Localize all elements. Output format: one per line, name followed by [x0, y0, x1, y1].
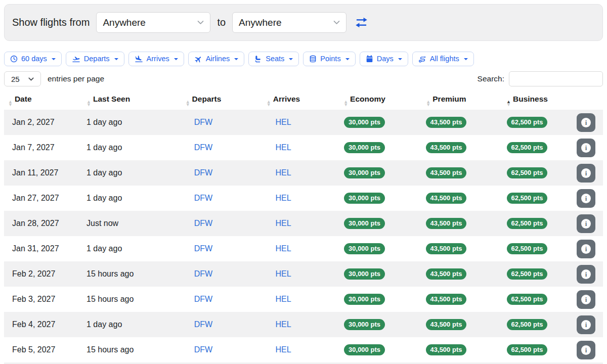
info-cell: i	[568, 261, 603, 287]
date-cell: Jan 2, 2027	[4, 110, 82, 135]
business-points-badge: 62,500 pts	[507, 117, 548, 128]
departs-airport-link[interactable]: DFW	[194, 194, 212, 202]
info-button[interactable]: i	[577, 214, 595, 233]
departs-airport-link[interactable]: DFW	[194, 269, 212, 278]
filter-button[interactable]: 60 days	[4, 52, 62, 66]
info-cell: i	[568, 186, 603, 211]
arrives-airport-link[interactable]: HEL	[275, 194, 291, 202]
filter-button[interactable]: Departs	[66, 52, 124, 66]
info-button[interactable]: i	[577, 290, 595, 309]
column-header[interactable]: ▲▼Date	[4, 91, 82, 110]
departs-airport-link[interactable]: DFW	[194, 295, 212, 303]
business-cell: 62,500 pts	[487, 287, 568, 312]
economy-cell: 30,000 pts	[323, 337, 406, 362]
arrives-airport-link[interactable]: HEL	[275, 320, 291, 329]
arrives-airport-link[interactable]: HEL	[275, 168, 291, 177]
info-button[interactable]: i	[577, 113, 595, 132]
flights-table: ▲▼Date ▲▼Last Seen ▲▼Departs ▲▼Arrives ▲…	[4, 91, 603, 362]
column-header[interactable]: ▲▼Economy	[323, 91, 406, 110]
info-icon: i	[581, 219, 591, 229]
date-cell: Jan 11, 2027	[4, 160, 82, 186]
arrives-airport-link[interactable]: HEL	[275, 219, 291, 228]
premium-points-badge: 43,500 pts	[426, 167, 467, 178]
filter-button[interactable]: Arrives	[128, 52, 184, 66]
to-airport-select[interactable]: Anywhere	[232, 12, 346, 33]
info-button[interactable]: i	[577, 265, 595, 284]
dropdown-caret-icon	[398, 58, 402, 60]
column-header[interactable]: ▲▼Departs	[163, 91, 243, 110]
departs-airport-link[interactable]: DFW	[194, 219, 212, 228]
info-button[interactable]: i	[577, 164, 595, 183]
column-header[interactable]: ▲▼Last Seen	[82, 91, 163, 110]
premium-cell: 43,500 pts	[406, 287, 487, 312]
arrives-cell: HEL	[243, 261, 323, 287]
departs-airport-link[interactable]: DFW	[194, 320, 212, 329]
arrives-airport-link[interactable]: HEL	[275, 143, 291, 152]
arrives-airport-link[interactable]: HEL	[275, 345, 291, 354]
departs-airport-link[interactable]: DFW	[194, 143, 212, 152]
last-seen-cell: 1 day ago	[82, 110, 163, 135]
chevron-down-icon	[197, 20, 204, 25]
info-button[interactable]: i	[577, 240, 595, 258]
arrives-airport-link[interactable]: HEL	[275, 269, 291, 278]
economy-points-badge: 30,000 pts	[344, 167, 385, 178]
column-header-label: Arrives	[273, 95, 300, 103]
swap-route-button[interactable]	[353, 16, 368, 29]
arrives-airport-link[interactable]: HEL	[275, 244, 291, 253]
arrives-cell: HEL	[243, 211, 323, 236]
filter-icon	[72, 55, 80, 63]
info-button[interactable]: i	[577, 315, 595, 334]
filter-button[interactable]: All flights	[412, 52, 474, 66]
premium-cell: 43,500 pts	[406, 135, 487, 160]
column-header-label: Business	[513, 95, 548, 103]
info-cell: i	[568, 160, 603, 186]
info-button[interactable]: i	[577, 139, 595, 157]
dropdown-caret-icon	[345, 58, 350, 60]
column-header[interactable]: ▲▼Arrives	[243, 91, 323, 110]
search-input[interactable]	[509, 71, 603, 86]
departs-airport-link[interactable]: DFW	[194, 244, 212, 253]
economy-points-badge: 30,000 pts	[344, 193, 385, 204]
departs-cell: DFW	[163, 337, 243, 362]
departs-airport-link[interactable]: DFW	[194, 345, 212, 354]
premium-points-badge: 43,500 pts	[426, 142, 467, 153]
flight-row: Jan 28, 2027 Just now DFW HEL 30,000 pts…	[4, 211, 603, 236]
filter-label: 60 days	[21, 55, 47, 63]
filter-button[interactable]: Seats	[248, 52, 299, 66]
info-icon: i	[581, 118, 591, 127]
page-size-select[interactable]: 25	[4, 71, 41, 86]
arrives-cell: HEL	[243, 110, 323, 135]
info-button[interactable]: i	[577, 341, 595, 359]
column-header-label: Last Seen	[93, 95, 130, 103]
economy-points-badge: 30,000 pts	[344, 142, 385, 153]
column-header[interactable]: ▲▼Business	[487, 91, 568, 110]
column-header-label: Departs	[192, 95, 222, 103]
filter-icon	[366, 55, 373, 63]
from-airport-select[interactable]: Anywhere	[96, 12, 210, 33]
departs-airport-link[interactable]: DFW	[194, 168, 212, 177]
premium-cell: 43,500 pts	[406, 160, 487, 186]
filter-icon	[309, 55, 317, 63]
departs-airport-link[interactable]: DFW	[194, 118, 212, 126]
filter-button[interactable]: Points	[303, 52, 355, 66]
premium-points-badge: 43,500 pts	[426, 243, 467, 254]
filter-button[interactable]: Days	[360, 52, 408, 66]
column-header[interactable]: ▲▼Premium	[406, 91, 487, 110]
premium-points-badge: 43,500 pts	[426, 268, 467, 280]
arrives-airport-link[interactable]: HEL	[275, 118, 291, 126]
sort-icon: ▲▼	[8, 100, 13, 107]
column-header-label: Date	[15, 95, 32, 103]
filter-label: Departs	[84, 55, 110, 63]
info-cell: i	[568, 110, 603, 135]
business-cell: 62,500 pts	[487, 110, 568, 135]
flight-row: Feb 4, 2027 1 day ago DFW HEL 30,000 pts…	[4, 312, 603, 337]
info-cell: i	[568, 287, 603, 312]
economy-cell: 30,000 pts	[323, 135, 406, 160]
economy-points-badge: 30,000 pts	[344, 268, 385, 280]
info-button[interactable]: i	[577, 189, 595, 208]
premium-cell: 43,500 pts	[406, 186, 487, 211]
departs-cell: DFW	[163, 261, 243, 287]
arrives-airport-link[interactable]: HEL	[275, 295, 291, 303]
info-icon: i	[581, 320, 591, 330]
filter-button[interactable]: Airlines	[188, 52, 245, 66]
